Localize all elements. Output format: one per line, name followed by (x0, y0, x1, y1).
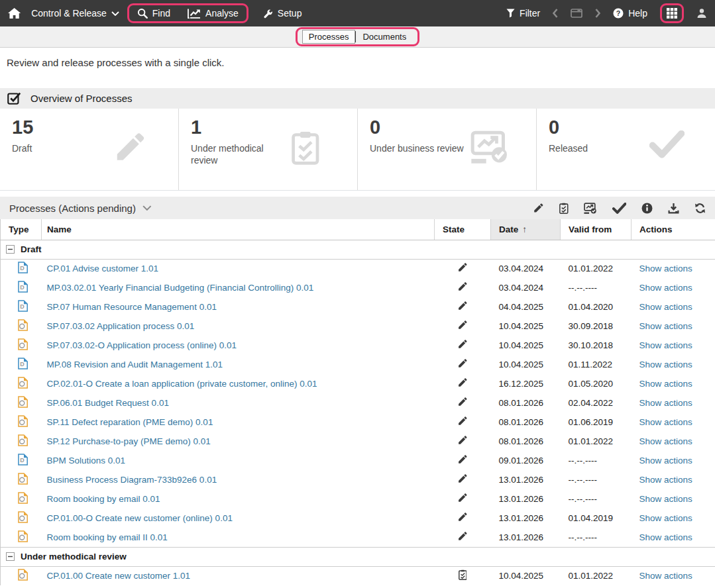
overview-cards: 15 Draft 1 Under methodical review 0 Und… (0, 109, 715, 191)
show-actions-link[interactable]: Show actions (639, 417, 692, 427)
card-count: 1 (191, 117, 292, 138)
table-row: SP.07.03.02 Application process 0.0110.0… (1, 317, 715, 336)
find-button[interactable]: Find (137, 8, 170, 19)
process-name-link[interactable]: CP.01.00 Create new customer 1.01 (47, 571, 191, 581)
epc-diagram-icon: D (18, 262, 28, 273)
show-actions-link[interactable]: Show actions (639, 513, 692, 523)
process-name-link[interactable]: CP.01.00-O Create new customer (online) … (47, 513, 233, 523)
show-actions-link[interactable]: Show actions (639, 360, 692, 369)
business-review-icon[interactable] (584, 203, 597, 214)
help-button[interactable]: ? Help (613, 8, 647, 19)
show-actions-link[interactable]: Show actions (639, 379, 692, 389)
process-name-link[interactable]: SP.12 Purchase-to-pay (PME demo) 0.01 (47, 436, 211, 446)
setup-label: Setup (278, 8, 302, 19)
process-name-link[interactable]: CP.01 Advise customer 1.01 (47, 264, 159, 273)
date-cell: 08.01.2026 (491, 393, 561, 413)
process-name-link[interactable]: SP.07.03.02 Application process 0.01 (47, 321, 195, 331)
column-header-date[interactable]: Date↑ (491, 219, 561, 240)
card-under-business-review[interactable]: 0 Under business review (357, 109, 536, 190)
column-header-state[interactable]: State (435, 219, 491, 240)
show-actions-link[interactable]: Show actions (639, 340, 692, 350)
valid-from-cell: 01.01.2022 (561, 566, 632, 585)
process-name-link[interactable]: MP.08 Revision and Audit Management 1.01 (47, 360, 223, 369)
process-name-link[interactable]: Room booking by email 0.01 (47, 494, 160, 504)
valid-from-cell: 01.04.2020 (561, 297, 632, 317)
date-cell: 10.04.2025 (491, 566, 561, 585)
check-icon[interactable] (612, 203, 626, 214)
date-cell: 13.01.2026 (491, 489, 561, 509)
open-diagrams-button[interactable] (571, 9, 582, 18)
date-cell: 10.04.2025 (491, 317, 561, 336)
pencil-icon (457, 262, 468, 273)
collapse-icon[interactable] (6, 245, 15, 254)
pencil-icon (457, 493, 468, 503)
apps-grid-button[interactable] (667, 8, 677, 19)
process-name-link[interactable]: MP.03.02.01 Yearly Financial Budgeting (… (47, 283, 314, 293)
group-label: Draft (21, 244, 42, 254)
download-icon[interactable] (668, 203, 679, 214)
table-row: CP.01.00 Create new customer 1.0110.04.2… (1, 566, 715, 585)
date-cell: 09.01.2026 (491, 451, 561, 470)
show-actions-link[interactable]: Show actions (639, 494, 692, 504)
tab-documents[interactable]: Documents (356, 30, 413, 44)
table-title-dropdown[interactable]: Processes (Actions pending) (9, 203, 152, 214)
process-name-link[interactable]: SP.07 Human Resource Management 0.01 (47, 302, 217, 312)
home-icon (8, 8, 21, 19)
process-name-link[interactable]: Room booking by email II 0.01 (47, 532, 168, 542)
show-actions-link[interactable]: Show actions (639, 532, 692, 542)
process-name-link[interactable]: SP.07.03.02-O Application process (onlin… (47, 340, 237, 350)
pencil-icon[interactable] (533, 203, 544, 214)
setup-button[interactable]: Setup (263, 8, 302, 19)
card-released[interactable]: 0 Released (536, 109, 715, 190)
show-actions-link[interactable]: Show actions (639, 264, 692, 273)
table-row: DMP.08 Revision and Audit Management 1.0… (1, 355, 715, 374)
collapse-icon[interactable] (6, 552, 15, 561)
valid-from-cell: --.--.---- (561, 451, 632, 470)
show-actions-link[interactable]: Show actions (639, 302, 692, 312)
help-icon: ? (613, 8, 624, 19)
date-cell: 03.04.2024 (491, 278, 561, 297)
refresh-icon[interactable] (694, 203, 706, 214)
process-name-link[interactable]: CP.02.01-O Create a loan application (pr… (47, 379, 317, 389)
show-actions-link[interactable]: Show actions (639, 398, 692, 408)
user-button[interactable] (696, 8, 707, 19)
card-under-methodical-review[interactable]: 1 Under methodical review (178, 109, 357, 190)
valid-from-cell: 01.04.2019 (561, 509, 632, 528)
process-name-link[interactable]: BPM Solutions 0.01 (47, 456, 126, 466)
clipboard-check-icon[interactable] (559, 203, 569, 214)
card-draft[interactable]: 15 Draft (0, 109, 178, 190)
show-actions-link[interactable]: Show actions (639, 475, 692, 485)
help-label: Help (628, 8, 647, 19)
column-header-type[interactable]: Type (1, 219, 42, 240)
pencil-icon (457, 454, 468, 465)
group-row[interactable]: Under methodical review (1, 547, 715, 566)
column-header-actions[interactable]: Actions (632, 219, 715, 240)
analyse-button[interactable]: Analyse (188, 8, 239, 19)
info-icon[interactable] (641, 203, 653, 214)
show-actions-link[interactable]: Show actions (639, 283, 692, 293)
home-button[interactable] (8, 8, 21, 19)
column-header-valid-from[interactable]: Valid from (561, 219, 632, 240)
pencil-icon (457, 320, 468, 330)
filter-button[interactable]: Filter (506, 8, 540, 19)
process-name-link[interactable]: SP.06.01 Budget Request 0.01 (47, 398, 169, 408)
process-table-header-bar: Processes (Actions pending) (0, 197, 715, 219)
date-cell: 03.04.2024 (491, 259, 561, 278)
column-header-name[interactable]: Name (42, 219, 435, 240)
forward-button[interactable] (595, 9, 600, 18)
svg-text:D: D (20, 303, 25, 310)
group-row[interactable]: Draft (1, 240, 715, 259)
control-release-menu[interactable]: Control & Release (31, 8, 119, 19)
search-icon (137, 8, 148, 19)
show-actions-link[interactable]: Show actions (639, 571, 692, 581)
table-row: Room booking by email II 0.0113.01.2026-… (1, 528, 715, 547)
show-actions-link[interactable]: Show actions (639, 436, 692, 446)
process-name-link[interactable]: SP.11 Defect reparation (PME demo) 0.01 (47, 417, 213, 427)
tab-processes[interactable]: Processes (302, 30, 356, 44)
show-actions-link[interactable]: Show actions (639, 456, 692, 466)
back-button[interactable] (553, 9, 558, 18)
epc-diagram-icon: D (18, 358, 28, 369)
process-name-link[interactable]: Business Process Diagram-733b92e6 0.01 (47, 475, 217, 485)
show-actions-link[interactable]: Show actions (639, 321, 692, 331)
valid-from-cell: 30.09.2018 (561, 317, 632, 336)
